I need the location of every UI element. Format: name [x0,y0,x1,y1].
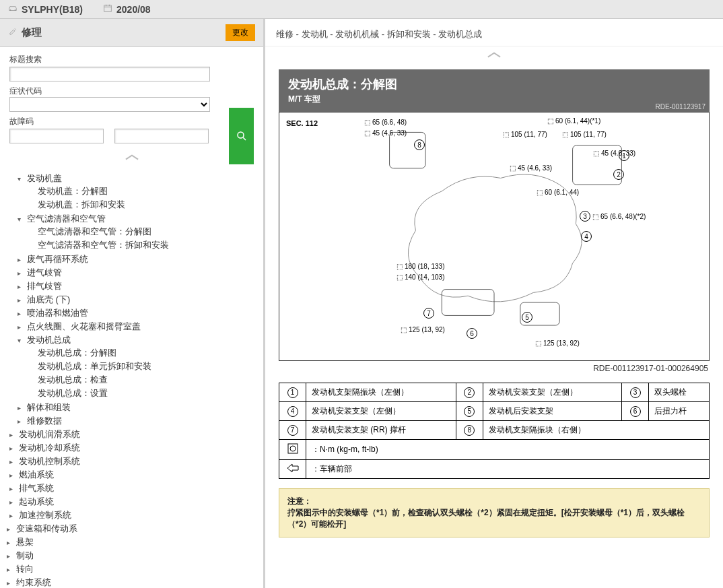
callout-6: 6 [467,328,477,339]
title-search-input[interactable] [9,67,210,81]
collapse-bar-left[interactable] [0,150,263,168]
section-title: 发动机总成：分解图 [288,76,700,92]
torque-spec: ⬚ 65 (6.6, 48)(*2) [592,213,646,220]
bc-a[interactable]: 维修 [276,29,294,39]
callout-4: 4 [581,231,592,242]
svg-rect-0 [104,5,112,11]
tree-item[interactable]: 起动系统 [19,496,54,507]
svg-rect-6 [288,444,298,453]
content-area: 发动机总成：分解图 M/T 车型 RDE-001123917 SEC. 112 [265,67,723,588]
wrench-icon [8,27,18,38]
fault-input-1[interactable] [9,129,104,143]
tree-item[interactable]: 燃油系统 [19,469,54,480]
tree-item[interactable]: 发动机盖：分解图 [38,186,108,196]
tree-item[interactable]: 转向 [16,564,34,574]
tree-item[interactable]: 排气系统 [19,483,54,493]
fault-label: 故障码 [9,116,254,127]
tree-item[interactable]: 约束系统 [16,577,51,587]
right-panel: 维修 - 发动机 - 发动机机械 - 拆卸和安装 - 发动机总成 发动机总成：分… [265,19,723,588]
tree-item[interactable]: 发动机盖 [27,173,62,183]
tree-item[interactable]: 油底壳 (下) [27,294,70,304]
tree-item[interactable]: 发动机盖：拆卸和安装 [38,199,125,209]
breadcrumb: 维修 - 发动机 - 发动机机械 - 拆卸和安装 - 发动机总成 [265,19,723,46]
torque-spec: ⬚ 65 (6.6, 48) [364,119,407,126]
note-text: 拧紧图示中的安装螺母（*1）前，检查确认双头螺栓（*2）紧固在规定扭矩。[松开安… [287,508,685,529]
symptom-select[interactable] [9,97,210,112]
collapse-bar-right[interactable] [265,46,723,67]
tree-item[interactable]: 悬架 [16,537,34,547]
tree-item[interactable]: 废气再循环系统 [27,254,88,264]
torque-spec: ⬚ 45 (4.6, 33) [364,129,407,137]
torque-spec: ⬚ 45 (4.6, 33) [510,164,552,172]
torque-spec: ⬚ 60 (6.1, 44) [537,189,579,196]
diagram-foot-id: RDE-001123917-01-000264905 [279,361,710,373]
legend-cell: ：车辆前部 [306,460,710,479]
tree-item[interactable]: 发动机控制系统 [19,456,80,466]
title-search-label: 标题搜索 [9,54,254,65]
note-label: 注意： [287,496,312,506]
tree-item[interactable]: 加速控制系统 [19,510,71,520]
parts-table: 1发动机支架隔振块（左侧） 2发动机安装支架（左侧） 3双头螺栓 4发动机安装支… [279,383,710,479]
tree-item[interactable]: 发动机总成：分解图 [38,348,116,358]
top-bar: SYLPHY(B18) 2020/08 [0,0,723,19]
search-button[interactable] [229,108,254,164]
tree-item[interactable]: 排气歧管 [27,281,62,291]
tree-item[interactable]: 空气滤清器和空气管 [27,214,106,224]
nav-tree[interactable]: 发动机盖 发动机盖：分解图 发动机盖：拆卸和安装 空气滤清器和空气管 空气滤清器… [0,168,263,588]
torque-icon [279,440,306,460]
left-title: 修理 [22,26,42,39]
bc-e[interactable]: 发动机总成 [438,29,482,39]
svg-rect-2 [390,132,425,168]
tree-item[interactable]: 维修数据 [27,416,62,426]
callout-5: 5 [522,312,532,323]
section-head: 发动机总成：分解图 M/T 车型 RDE-001123917 [279,69,710,112]
svg-point-7 [290,446,296,451]
model-label: SYLPHY(B18) [22,4,83,15]
tree-item[interactable]: 发动机总成 [27,335,71,345]
part-cell: 发动机安装支架（左侧） [306,402,456,421]
change-button[interactable]: 更改 [226,24,255,41]
part-cell: 双头螺栓 [649,383,710,402]
tree-item[interactable]: 变速箱和传动系 [16,523,77,533]
part-cell: 发动机安装支架（左侧） [483,383,621,402]
tree-item[interactable]: 喷油器和燃油管 [27,308,88,318]
svg-point-1 [238,132,244,138]
torque-spec: ⬚ 140 (14, 103) [397,273,445,281]
part-cell: 发动机后安装支架 [483,402,621,421]
tree-item[interactable]: 发动机润滑系统 [19,429,80,439]
callout-3: 3 [580,211,590,222]
torque-spec: ⬚ 125 (13, 92) [401,326,445,333]
part-cell: 发动机安装支架 (RR) 撑杆 [306,421,456,440]
tree-item[interactable]: 解体和组装 [27,402,71,412]
left-header: 修理 更改 [0,19,263,47]
tree-item[interactable]: 发动机总成：检查 [38,374,108,385]
svg-rect-4 [442,290,494,316]
tree-item[interactable]: 进气歧管 [27,267,62,277]
tree-item[interactable]: 发动机总成：设置 [38,388,108,398]
legend-cell: ：N·m (kg-m, ft-lb) [306,440,710,460]
torque-spec: ⬚ 105 (11, 77) [503,131,547,138]
part-cell: 后扭力杆 [649,402,710,421]
left-panel: 修理 更改 标题搜索 症状代码 故障码 [0,19,265,588]
tree-item[interactable]: 空气滤清器和空气管：拆卸和安装 [38,240,169,250]
tree-item[interactable]: 发动机总成：单元拆卸和安装 [38,361,151,371]
fault-input-2[interactable] [114,129,209,143]
callout-7: 7 [423,308,434,319]
note-box: 注意： 拧紧图示中的安装螺母（*1）前，检查确认双头螺栓（*2）紧固在规定扭矩。… [279,488,710,537]
torque-spec: ⬚ 180 (18, 133) [397,263,445,270]
search-area: 标题搜索 症状代码 故障码 [0,47,263,150]
symptom-label: 症状代码 [9,86,210,97]
tree-item[interactable]: 点火线圈、火花塞和摇臂室盖 [27,321,141,331]
torque-spec: ⬚ 125 (13, 92) [535,339,580,347]
tree-item[interactable]: 发动机冷却系统 [19,443,80,453]
callout-2: 2 [613,169,624,180]
tree-item[interactable]: 空气滤清器和空气管：分解图 [38,226,151,236]
tree-item[interactable]: 制动 [16,550,34,560]
bc-c[interactable]: 发动机机械 [335,29,379,39]
car-icon [8,3,18,15]
torque-spec: ⬚ 60 (6.1, 44)(*1) [547,117,600,125]
part-cell: 发动机支架隔振块（右侧） [483,421,709,440]
bc-d[interactable]: 拆卸和安装 [387,29,431,39]
bc-b[interactable]: 发动机 [302,29,328,39]
doc-id: RDE-001123917 [656,103,706,110]
